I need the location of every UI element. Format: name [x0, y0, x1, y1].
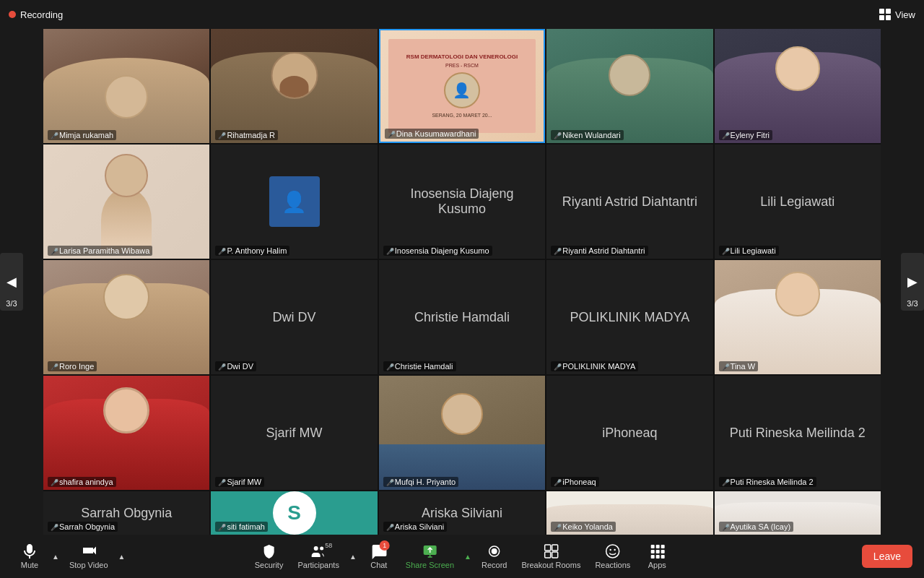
share-screen-icon: [422, 543, 437, 559]
participant-cell-3: RSM DERMATOLOGI DAN VENEROLOGI PRES - RS…: [379, 29, 545, 143]
display-name-17: Sjarif MW: [259, 418, 330, 448]
display-name-19: iPhoneaq: [595, 418, 664, 448]
participant-cell-11: 🎤 Roro Inge: [43, 260, 209, 374]
svg-rect-18: [661, 545, 664, 548]
svg-point-8: [492, 548, 497, 554]
chat-button[interactable]: 1 Chat: [361, 540, 397, 572]
mic-icon-23: 🎤: [386, 524, 392, 530]
participant-name-2: 🎤 Rihatmadja R: [215, 130, 278, 140]
mute-button[interactable]: Mute: [12, 540, 48, 572]
display-name-14: POLIKLINIK MADYA: [563, 303, 697, 332]
participant-cell-16: 🎤 shafira anindya: [43, 376, 209, 490]
participant-cell-23: Ariska Silviani 🎤 Ariska Silviani: [379, 491, 545, 535]
view-button[interactable]: View: [879, 9, 915, 20]
participant-name-21: 🎤 Sarrah Obgynia: [48, 522, 118, 532]
mic-icon-16: 🎤: [51, 479, 56, 485]
chat-label: Chat: [370, 561, 387, 569]
participant-name-11: 🎤 Roro Inge: [48, 361, 97, 371]
mic-icon-6: 🎤: [51, 248, 56, 254]
recording-indicator: Recording: [9, 9, 63, 20]
participant-cell-1: 🎤 Mimja rukamah: [43, 29, 209, 143]
mic-icon-21: 🎤: [51, 524, 56, 530]
participant-cell-9: Riyanti Astrid Diahtantri 🎤 Riyanti Astr…: [546, 144, 712, 259]
record-button[interactable]: Record: [476, 540, 513, 572]
apps-label: Apps: [648, 561, 666, 569]
stop-video-button[interactable]: Stop Video: [64, 540, 114, 572]
display-name-8: Inosensia Diajeng Kusumo: [379, 179, 545, 224]
participant-name-12: 🎤 Dwi DV: [215, 361, 256, 371]
display-name-10: Lili Legiawati: [753, 187, 842, 217]
mic-icon-8: 🎤: [386, 248, 392, 254]
chat-badge: 1: [380, 540, 390, 551]
mic-icon-11: 🎤: [51, 363, 56, 369]
participant-cell-8: Inosensia Diajeng Kusumo 🎤 Inosensia Dia…: [379, 144, 545, 259]
participant-name-22: 🎤 siti fatimah: [215, 522, 268, 532]
participant-cell-19: iPhoneaq 🎤 iPhoneaq: [546, 376, 712, 490]
svg-rect-17: [655, 545, 659, 548]
svg-rect-3: [886, 15, 891, 20]
security-label: Security: [255, 561, 284, 569]
stop-video-label: Stop Video: [69, 561, 108, 569]
right-page-indicator: 3/3: [901, 299, 924, 308]
reactions-button[interactable]: Reactions: [589, 540, 636, 572]
share-screen-label: Share Screen: [406, 561, 454, 569]
nav-next[interactable]: ▶ 3/3: [901, 253, 924, 311]
video-caret[interactable]: ▲: [117, 551, 127, 562]
mic-icon-18: 🎤: [386, 479, 392, 485]
participant-cell-4: 🎤 Niken Wulandari: [546, 29, 712, 143]
mic-icon-15: 🎤: [722, 363, 728, 369]
participant-name-4: 🎤 Niken Wulandari: [551, 130, 624, 140]
toolbar-center: Security 58 Participants ▲ 1: [249, 540, 676, 572]
svg-point-5: [321, 547, 324, 551]
participants-icon: 58: [310, 543, 326, 559]
participant-cell-20: Puti Rineska Meilinda 2 🎤 Puti Rineska M…: [715, 376, 881, 490]
participant-cell-14: POLIKLINIK MADYA 🎤 POLIKLINIK MADYA: [546, 260, 712, 374]
reactions-icon: [605, 543, 621, 559]
bottom-toolbar: Mute ▲ Stop Video ▲ Security: [0, 535, 924, 578]
participants-caret[interactable]: ▲: [348, 551, 358, 562]
svg-rect-10: [552, 545, 557, 551]
reactions-label: Reactions: [595, 561, 630, 569]
display-name-12: Dwi DV: [266, 303, 323, 332]
security-icon: [261, 543, 277, 559]
participant-name-6: 🎤 Larisa Paramitha Wibawa: [48, 246, 152, 256]
svg-point-4: [314, 546, 318, 551]
mic-icon-25: 🎤: [722, 524, 728, 530]
participant-name-1: 🎤 Mimja rukamah: [48, 130, 116, 140]
leave-button[interactable]: Leave: [862, 545, 912, 568]
participant-cell-25: 🎤 Ayutika SA (Icay): [715, 491, 881, 535]
participant-name-16: 🎤 shafira anindya: [48, 477, 116, 487]
participant-name-14: 🎤 POLIKLINIK MADYA: [551, 361, 638, 371]
participant-name-17: 🎤 Sjarif MW: [215, 477, 264, 487]
svg-rect-1: [886, 9, 891, 14]
nav-previous[interactable]: ◀ 3/3: [0, 253, 23, 311]
svg-rect-9: [544, 545, 550, 551]
participant-cell-13: Christie Hamdali 🎤 Christie Hamdali: [379, 260, 545, 374]
participant-name-9: 🎤 Riyanti Astrid Diahtantri: [551, 246, 648, 256]
participant-name-8: 🎤 Inosensia Diajeng Kusumo: [383, 246, 492, 256]
mic-icon-2: 🎤: [218, 132, 224, 138]
mute-caret[interactable]: ▲: [51, 551, 61, 562]
apps-icon: [649, 543, 665, 559]
security-button[interactable]: Security: [249, 540, 289, 572]
breakout-button[interactable]: Breakout Rooms: [515, 540, 586, 572]
display-name-13: Christie Hamdali: [407, 303, 517, 332]
participant-name-10: 🎤 Lili Legiawati: [719, 246, 779, 256]
chat-icon: 1: [371, 543, 387, 559]
share-screen-caret[interactable]: ▲: [463, 551, 473, 562]
apps-button[interactable]: Apps: [639, 540, 675, 572]
share-screen-button[interactable]: Share Screen: [400, 540, 460, 572]
svg-rect-11: [544, 552, 550, 558]
mic-icon-4: 🎤: [554, 132, 559, 138]
mic-icon-14: 🎤: [554, 363, 559, 369]
breakout-icon: [543, 543, 559, 559]
participant-cell-17: Sjarif MW 🎤 Sjarif MW: [211, 376, 377, 490]
display-name-20: Puti Rineska Meilinda 2: [723, 418, 873, 448]
top-bar: Recording View: [0, 0, 924, 29]
participants-button[interactable]: 58 Participants: [292, 540, 344, 572]
mic-icon-3: 🎤: [388, 131, 393, 137]
svg-point-15: [614, 549, 616, 551]
left-arrow-icon: ◀: [6, 274, 17, 290]
svg-point-13: [606, 545, 619, 558]
participant-name-13: 🎤 Christie Hamdali: [383, 361, 456, 371]
